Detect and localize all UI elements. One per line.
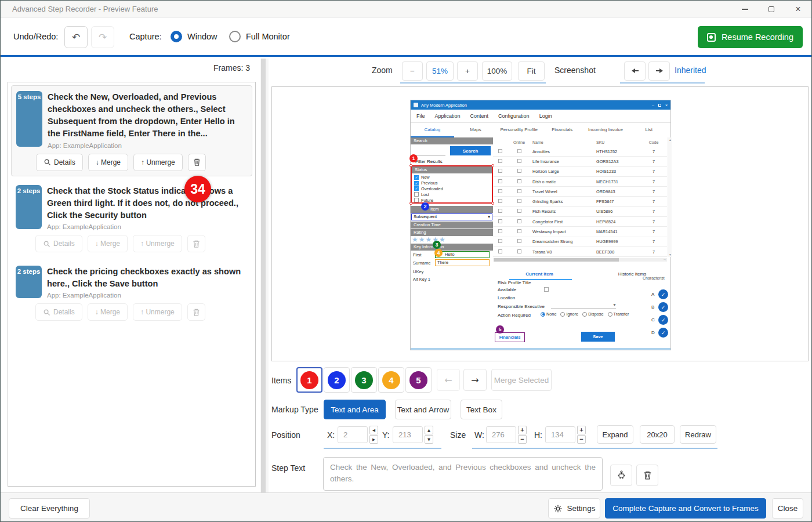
y-input[interactable] bbox=[393, 426, 423, 443]
close-dialog-button[interactable]: Close bbox=[772, 498, 803, 519]
table-horizontal-scrollbar[interactable]: → bbox=[493, 258, 667, 262]
online-checkbox[interactable] bbox=[517, 189, 521, 193]
next-item-button[interactable]: → bbox=[463, 369, 487, 391]
marker-2[interactable]: 2 bbox=[421, 202, 429, 211]
unmerge-button[interactable]: ↑ Unmerge bbox=[133, 154, 183, 171]
characteristic-check-c[interactable]: ✓ bbox=[658, 315, 668, 325]
clear-everything-button[interactable]: Clear Everything bbox=[9, 498, 90, 519]
online-checkbox[interactable] bbox=[517, 179, 521, 183]
undo-button[interactable]: ↶ bbox=[64, 26, 88, 48]
scrollbar-thumb[interactable] bbox=[494, 258, 619, 262]
online-checkbox[interactable] bbox=[517, 159, 521, 163]
item-button-4[interactable]: 4 bbox=[378, 367, 404, 393]
online-checkbox[interactable] bbox=[517, 229, 521, 233]
row-checkbox[interactable] bbox=[498, 149, 502, 153]
merge-button[interactable]: ↓ Merge bbox=[88, 235, 128, 252]
menu-item-file[interactable]: File bbox=[416, 113, 425, 119]
settings-button[interactable]: Settings bbox=[548, 498, 600, 519]
table-row[interactable]: Horizon LargeHOIS12337 bbox=[493, 167, 667, 177]
details-button[interactable]: Details bbox=[35, 303, 82, 321]
annotation-handle[interactable] bbox=[409, 164, 412, 167]
merge-button[interactable]: ↓ Merge bbox=[88, 303, 128, 321]
expand-button[interactable]: Expand bbox=[597, 425, 633, 444]
surname-input[interactable]: There bbox=[435, 259, 490, 266]
frame-card-3[interactable]: 2 steps Check the pricing checkboxes exa… bbox=[11, 260, 252, 325]
resume-recording-button[interactable]: Resume Recording bbox=[698, 26, 803, 48]
radio-dispose[interactable]: Dispose bbox=[582, 311, 603, 317]
tab-list[interactable]: List bbox=[627, 123, 670, 137]
online-checkbox[interactable] bbox=[517, 239, 521, 243]
tab-current-item[interactable]: Current Item bbox=[502, 271, 577, 277]
tab-financials[interactable]: Financials bbox=[541, 123, 584, 137]
row-checkbox[interactable] bbox=[498, 239, 502, 243]
zoom-value-button[interactable]: 51% bbox=[426, 61, 454, 81]
maximize-button[interactable] bbox=[758, 1, 785, 18]
zoom-100-button[interactable]: 100% bbox=[482, 61, 512, 81]
item-button-3[interactable]: 3 bbox=[351, 367, 377, 393]
checkbox-future[interactable] bbox=[414, 198, 419, 202]
tab-maps[interactable]: Maps bbox=[454, 123, 498, 137]
width-input[interactable] bbox=[486, 426, 516, 443]
next-screenshot-button[interactable] bbox=[648, 61, 670, 81]
table-row[interactable]: Dreamcatcher StrongHUGE99997 bbox=[493, 237, 667, 247]
w-decrement-button[interactable]: − bbox=[518, 435, 527, 444]
delete-frame-button[interactable] bbox=[187, 235, 205, 252]
table-row[interactable]: Fish ResultsUIS58967 bbox=[493, 207, 667, 217]
row-checkbox[interactable] bbox=[498, 159, 502, 163]
minimize-button[interactable] bbox=[731, 1, 758, 18]
delete-frame-button[interactable] bbox=[187, 303, 205, 321]
row-checkbox[interactable] bbox=[498, 209, 502, 213]
h-decrement-button[interactable]: − bbox=[577, 435, 586, 444]
marker-3[interactable]: 3 bbox=[433, 241, 441, 249]
rating-stars[interactable]: ★★★★★ bbox=[412, 235, 446, 244]
menu-item-login[interactable]: Login bbox=[539, 113, 552, 119]
characteristic-check-d[interactable]: ✓ bbox=[658, 328, 668, 338]
checkbox-previous[interactable]: ✓ bbox=[414, 181, 419, 186]
unmerge-button[interactable]: ↑ Unmerge bbox=[133, 303, 182, 321]
x-input[interactable] bbox=[338, 426, 368, 443]
item-button-2[interactable]: 2 bbox=[324, 367, 350, 393]
screenshot-canvas[interactable]: Any Modern Application –× FileApplicatio… bbox=[271, 86, 809, 361]
radio-ignore[interactable]: Ignore bbox=[560, 311, 578, 317]
zoom-fit-button[interactable]: Fit bbox=[518, 61, 545, 81]
x-decrement-button[interactable]: ◀ bbox=[369, 426, 378, 434]
row-checkbox[interactable] bbox=[498, 219, 502, 223]
merge-button[interactable]: ↓ Merge bbox=[88, 154, 128, 171]
capture-full-monitor-radio[interactable]: Full Monitor bbox=[229, 31, 290, 42]
unmerge-button[interactable]: ↑ Unmerge bbox=[133, 235, 182, 252]
markup-text-and-arrow-button[interactable]: Text and Arrow bbox=[395, 400, 451, 419]
zoom-in-button[interactable]: + bbox=[457, 61, 478, 81]
row-checkbox[interactable] bbox=[498, 229, 502, 233]
available-checkbox[interactable] bbox=[544, 287, 549, 292]
y-decrement-button[interactable]: ▼ bbox=[425, 435, 433, 444]
generate-text-button[interactable] bbox=[610, 465, 632, 486]
search-input[interactable] bbox=[413, 155, 445, 155]
row-checkbox[interactable] bbox=[498, 249, 502, 253]
tab-personality-profile[interactable]: Personality Profile bbox=[497, 123, 541, 137]
menu-item-content[interactable]: Content bbox=[470, 113, 489, 119]
save-button[interactable]: Save bbox=[581, 332, 615, 342]
responsible-executive-dropdown[interactable] bbox=[551, 303, 616, 309]
search-button[interactable]: Search bbox=[450, 146, 491, 155]
details-button[interactable]: Details bbox=[36, 154, 83, 171]
online-checkbox[interactable] bbox=[517, 169, 521, 173]
table-row[interactable]: AnnuitiesHTHS12527 bbox=[493, 147, 667, 157]
table-row[interactable]: Life InsuranceGORS12A37 bbox=[493, 157, 667, 166]
item-button-5[interactable]: 5 bbox=[405, 367, 432, 393]
status-option-overloaded[interactable]: ✓Overloaded bbox=[414, 186, 492, 192]
financials-button[interactable]: Financials bbox=[495, 332, 525, 342]
delete-frame-button[interactable] bbox=[188, 154, 206, 171]
markup-text-and-area-button[interactable]: Text and Area bbox=[324, 400, 386, 419]
status-option-previous[interactable]: ✓Previous bbox=[414, 180, 492, 186]
row-checkbox[interactable] bbox=[498, 189, 502, 193]
redo-button[interactable]: ↷ bbox=[91, 26, 114, 48]
grid-20x20-button[interactable]: 20x20 bbox=[640, 425, 675, 444]
tab-incoming-invoice[interactable]: Incoming Invoice bbox=[584, 123, 628, 137]
marker-4[interactable]: 4 bbox=[434, 249, 443, 257]
online-checkbox[interactable] bbox=[517, 219, 521, 223]
item-button-1[interactable]: 1 bbox=[296, 367, 322, 393]
complete-capture-button[interactable]: Complete Capture and Convert to Frames bbox=[605, 498, 766, 519]
radio-transfer[interactable]: Transfer bbox=[608, 311, 629, 317]
close-button[interactable]: × bbox=[785, 1, 811, 18]
table-row[interactable]: Congelator FirstHEPI85247 bbox=[493, 217, 667, 227]
